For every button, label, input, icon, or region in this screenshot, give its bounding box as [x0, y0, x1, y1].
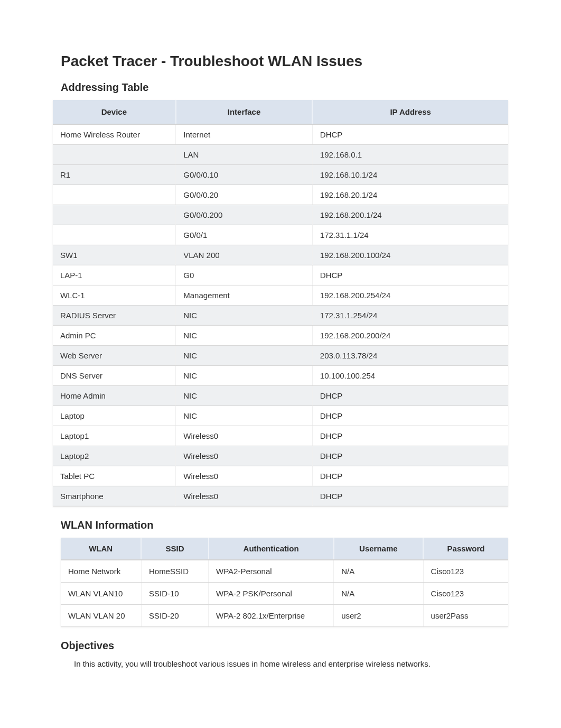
cell-device: Admin PC [53, 326, 176, 346]
header-device: Device [53, 100, 176, 124]
cell-device: Laptop [53, 406, 176, 426]
table-row: LaptopNICDHCP [53, 406, 508, 426]
cell-auth: WPA-2 PSK/Personal [209, 583, 334, 605]
cell-device: R1 [53, 165, 176, 185]
cell-ip: 192.168.200.1/24 [312, 205, 508, 225]
cell-ip: DHCP [312, 386, 508, 406]
cell-ip: 172.31.1.254/24 [312, 306, 508, 326]
objectives-heading: Objectives [61, 640, 508, 652]
cell-interface: VLAN 200 [176, 245, 313, 265]
table-header-row: Device Interface IP Address [53, 100, 508, 124]
cell-interface: G0/0/0.10 [176, 165, 313, 185]
cell-device [53, 145, 176, 165]
cell-interface: NIC [176, 326, 313, 346]
cell-interface: Wireless0 [176, 426, 313, 446]
cell-device: Laptop1 [53, 426, 176, 446]
cell-interface: Management [176, 285, 313, 306]
cell-device: Smartphone [53, 486, 176, 506]
table-row: G0/0/0.20192.168.20.1/24 [53, 185, 508, 205]
cell-interface: G0/0/0.200 [176, 205, 313, 225]
cell-ip: 192.168.10.1/24 [312, 165, 508, 185]
table-row: Web ServerNIC203.0.113.78/24 [53, 346, 508, 366]
cell-wlan: WLAN VLAN10 [61, 583, 141, 605]
table-row: RADIUS ServerNIC172.31.1.254/24 [53, 306, 508, 326]
cell-ip: 192.168.0.1 [312, 145, 508, 165]
cell-ip: 192.168.20.1/24 [312, 185, 508, 205]
wlan-table: WLAN SSID Authentication Username Passwo… [61, 538, 508, 627]
header-interface: Interface [176, 100, 313, 124]
cell-device: Home Admin [53, 386, 176, 406]
table-row: Laptop2Wireless0DHCP [53, 446, 508, 466]
cell-interface: G0 [176, 265, 313, 285]
cell-device [53, 205, 176, 225]
cell-interface: G0/0/1 [176, 225, 313, 245]
cell-device [53, 225, 176, 245]
header-auth: Authentication [209, 538, 334, 560]
table-row: R1G0/0/0.10192.168.10.1/24 [53, 165, 508, 185]
header-ip: IP Address [312, 100, 508, 124]
cell-user: user2 [334, 605, 423, 627]
cell-device [53, 185, 176, 205]
cell-ip: DHCP [312, 426, 508, 446]
addressing-table: Device Interface IP Address Home Wireles… [53, 100, 508, 506]
cell-interface: NIC [176, 366, 313, 386]
cell-ssid: SSID-20 [141, 605, 208, 627]
cell-ip: 192.168.200.200/24 [312, 326, 508, 346]
header-user: Username [334, 538, 423, 560]
cell-ip: 203.0.113.78/24 [312, 346, 508, 366]
cell-interface: NIC [176, 306, 313, 326]
cell-ip: 192.168.200.100/24 [312, 245, 508, 265]
wlan-heading: WLAN Information [61, 519, 508, 531]
table-row: LAN192.168.0.1 [53, 145, 508, 165]
table-row: Laptop1Wireless0DHCP [53, 426, 508, 446]
cell-pass: Cisco123 [423, 560, 508, 583]
cell-interface: Wireless0 [176, 486, 313, 506]
table-row: WLAN VLAN 20SSID-20WPA-2 802.1x/Enterpri… [61, 605, 508, 627]
cell-device: Laptop2 [53, 446, 176, 466]
cell-wlan: WLAN VLAN 20 [61, 605, 141, 627]
addressing-heading: Addressing Table [61, 81, 508, 94]
table-header-row: WLAN SSID Authentication Username Passwo… [61, 538, 508, 560]
header-pass: Password [423, 538, 508, 560]
cell-interface: Wireless0 [176, 446, 313, 466]
cell-interface: Internet [176, 124, 313, 145]
cell-interface: NIC [176, 386, 313, 406]
table-row: SW1VLAN 200192.168.200.100/24 [53, 245, 508, 265]
cell-ip: 172.31.1.1/24 [312, 225, 508, 245]
cell-interface: NIC [176, 346, 313, 366]
cell-pass: Cisco123 [423, 583, 508, 605]
cell-interface: Wireless0 [176, 466, 313, 486]
cell-ip: DHCP [312, 124, 508, 145]
table-row: Tablet PCWireless0DHCP [53, 466, 508, 486]
cell-device: Tablet PC [53, 466, 176, 486]
cell-user: N/A [334, 583, 423, 605]
cell-ip: DHCP [312, 466, 508, 486]
cell-interface: LAN [176, 145, 313, 165]
cell-ip: 192.168.200.254/24 [312, 285, 508, 306]
cell-ip: DHCP [312, 406, 508, 426]
cell-ip: DHCP [312, 446, 508, 466]
cell-interface: G0/0/0.20 [176, 185, 313, 205]
cell-device: SW1 [53, 245, 176, 265]
table-row: Home NetworkHomeSSIDWPA2-PersonalN/ACisc… [61, 560, 508, 583]
header-ssid: SSID [141, 538, 208, 560]
cell-device: Web Server [53, 346, 176, 366]
table-row: WLC-1Management192.168.200.254/24 [53, 285, 508, 306]
cell-ssid: HomeSSID [141, 560, 208, 583]
table-row: G0/0/0.200192.168.200.1/24 [53, 205, 508, 225]
cell-auth: WPA2-Personal [209, 560, 334, 583]
table-row: DNS ServerNIC10.100.100.254 [53, 366, 508, 386]
cell-ip: 10.100.100.254 [312, 366, 508, 386]
cell-ip: DHCP [312, 486, 508, 506]
cell-device: Home Wireless Router [53, 124, 176, 145]
objectives-text: In this activity, you will troubleshoot … [74, 658, 508, 670]
table-row: Home Wireless RouterInternetDHCP [53, 124, 508, 145]
cell-device: DNS Server [53, 366, 176, 386]
cell-device: LAP-1 [53, 265, 176, 285]
table-row: G0/0/1172.31.1.1/24 [53, 225, 508, 245]
table-row: SmartphoneWireless0DHCP [53, 486, 508, 506]
cell-pass: user2Pass [423, 605, 508, 627]
cell-ip: DHCP [312, 265, 508, 285]
cell-ssid: SSID-10 [141, 583, 208, 605]
cell-user: N/A [334, 560, 423, 583]
